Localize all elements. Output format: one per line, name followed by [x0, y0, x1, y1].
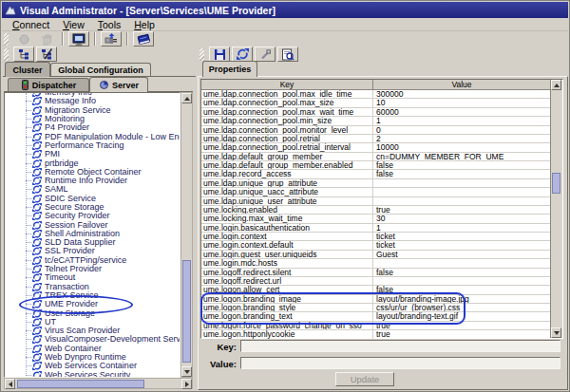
menu-tools[interactable]: Tools — [91, 19, 128, 30]
tree-item[interactable]: Secure Storage — [5, 203, 180, 212]
logoff-plug-button[interactable] — [101, 31, 122, 47]
table-row[interactable]: ume.logon.httponlycookietrue — [201, 330, 550, 339]
cell-key: ume.login.context — [201, 233, 373, 240]
save-button[interactable] — [209, 47, 230, 62]
table-row[interactable]: ume.login.contextticket — [201, 233, 550, 241]
table-row[interactable]: ume.logon.branding_imagelayout/branding-… — [201, 295, 550, 304]
scroll-down-button[interactable] — [551, 327, 561, 338]
tree-vertical-scrollbar[interactable] — [180, 92, 193, 378]
table-row[interactable]: ume.logon.force_password_change_on_ssotr… — [201, 322, 550, 330]
tree-item[interactable]: TREX Service — [5, 291, 180, 300]
scroll-up-button[interactable] — [181, 93, 192, 103]
tree-item[interactable]: Migration Service — [5, 106, 180, 115]
tree-item[interactable]: SLD Data Supplier — [5, 238, 180, 247]
hand-button[interactable] — [36, 31, 57, 47]
expand-tree-button[interactable] — [13, 47, 34, 62]
preview-button[interactable] — [277, 47, 298, 62]
table-vertical-scrollbar[interactable] — [550, 80, 562, 338]
table-row[interactable]: ume.ldap.connection_pool.max_idle_time30… — [201, 90, 550, 99]
tree-item[interactable]: Runtime Info Provider — [5, 177, 180, 185]
tree-item[interactable]: Web Services Container — [5, 362, 180, 370]
tab-properties[interactable]: Properties — [202, 61, 257, 77]
scrollbar-thumb[interactable] — [552, 173, 560, 194]
table-row[interactable]: ume.ldap.connection_pool.monitor_level0 — [201, 126, 550, 135]
tree-item[interactable]: Web Container — [5, 345, 180, 353]
update-button[interactable]: Update — [335, 372, 394, 386]
connect-ball-button[interactable] — [13, 31, 34, 47]
tree-item[interactable]: Web Services Security — [5, 371, 180, 379]
table-row[interactable]: ume.locking.enabledtrue — [201, 206, 550, 215]
tree-item[interactable]: Timeout — [5, 273, 180, 282]
table-row[interactable]: ume.logoff.redirect.url — [201, 277, 550, 286]
tree-item[interactable]: SAML — [5, 185, 180, 194]
key-input[interactable] — [240, 340, 560, 352]
table-row[interactable]: ume.ldap.connection_pool.min_size1 — [201, 117, 550, 125]
table-row[interactable]: ume.ldap.connection_pool.max_wait_time60… — [201, 108, 550, 117]
table-row[interactable]: ume.login.mdc.hosts — [201, 259, 550, 268]
tree-item[interactable]: UT — [5, 318, 180, 327]
tree-item[interactable]: Telnet Provider — [5, 265, 180, 273]
column-header-value[interactable]: Value — [373, 80, 550, 89]
menu-connect[interactable]: Connect — [6, 19, 56, 30]
collapse-tree-button[interactable] — [36, 47, 57, 62]
scroll-down-button[interactable] — [181, 366, 192, 377]
tree-item[interactable]: PDF Manipulation Module - Low Encryptio — [5, 132, 180, 140]
tree-item[interactable]: tc/eCATTPing/service — [5, 256, 180, 265]
tab-dispatcher[interactable]: Dispatcher — [8, 78, 89, 91]
scroll-left-button[interactable] — [5, 379, 15, 389]
refresh-button[interactable] — [232, 47, 253, 62]
table-row[interactable]: ume.ldap.record_accessfalse — [201, 170, 550, 178]
cell-value: true — [373, 322, 550, 329]
tree-item[interactable]: Virus Scan Provider — [5, 327, 180, 335]
table-row[interactable]: ume.ldap.unique_uacc_attribute — [201, 188, 550, 196]
tree-item[interactable]: User Storage — [5, 308, 180, 317]
scroll-right-button[interactable] — [181, 379, 192, 389]
table-row[interactable]: ume.logon.branding_stylecss/ur/ur_(brows… — [201, 304, 550, 312]
table-row[interactable]: ume.ldap.default_group_member.enabledfal… — [201, 161, 550, 170]
table-row[interactable]: ume.ldap.default_group_membercn=DUMMY_ME… — [201, 153, 550, 161]
scroll-up-button[interactable] — [551, 80, 561, 90]
menu-view[interactable]: View — [56, 19, 91, 30]
tree-item[interactable]: Security Provider — [5, 212, 180, 220]
edit-button[interactable] — [255, 47, 276, 62]
tab-cluster[interactable]: Cluster — [5, 62, 50, 77]
tree-item[interactable]: P4 Provider — [5, 123, 180, 132]
tree-item[interactable]: Session Failover — [5, 220, 180, 229]
table-row[interactable]: ume.login.context.defaultticket — [201, 241, 550, 250]
table-row[interactable]: ume.login.guest_user.uniqueidsGuest — [201, 251, 550, 259]
tab-global-configuration[interactable]: Global Configuration — [50, 63, 151, 76]
tree-item[interactable]: Transaction — [5, 283, 180, 291]
help-book-button[interactable] — [133, 31, 154, 47]
tree-item[interactable]: UME Provider — [5, 300, 180, 308]
tree-item[interactable]: Message Info — [5, 97, 180, 105]
tab-server[interactable]: Server — [89, 77, 148, 92]
table-row[interactable]: ume.ldap.unique_grup_attribute — [201, 179, 550, 188]
table-row[interactable]: ume.logoff.redirect.silentfalse — [201, 269, 550, 277]
tree-item[interactable]: Web Dynpro Runtime — [5, 353, 180, 362]
column-header-key[interactable]: Key — [201, 80, 373, 89]
tree-item[interactable]: Monitoring — [5, 115, 180, 123]
value-input[interactable] — [240, 357, 560, 369]
tree-item[interactable]: prtbridge — [5, 159, 180, 167]
table-row[interactable]: ume.ldap.unique_user_attribute — [201, 197, 550, 206]
table-row[interactable]: ume.logon.allow_certfalse — [201, 286, 550, 294]
tree-item[interactable]: Shell Administration — [5, 230, 180, 238]
scrollbar-thumb[interactable] — [182, 260, 191, 363]
table-row[interactable]: ume.locking.max_wait_time30 — [201, 215, 550, 223]
menu-help[interactable]: Help — [127, 19, 162, 30]
table-row[interactable]: ume.ldap.connection_pool.retrial2 — [201, 135, 550, 143]
service-icon — [32, 238, 42, 247]
table-row[interactable]: ume.ldap.connection_pool.max_size10 — [201, 99, 550, 107]
table-row[interactable]: ume.logon.branding_textlayout/branding-t… — [201, 312, 550, 321]
tree-item[interactable]: Performance Tracing — [5, 141, 180, 150]
tree-item[interactable]: SDIC Service — [5, 195, 180, 203]
monitor-button[interactable] — [68, 31, 89, 47]
scrollbar-thumb[interactable] — [17, 380, 144, 388]
table-row[interactable]: ume.ldap.connection_pool.retrial_interva… — [201, 143, 550, 152]
tree-horizontal-scrollbar[interactable] — [4, 378, 193, 389]
tree-item[interactable]: SSL Provider — [5, 247, 180, 255]
tree-item[interactable]: Remote Object Container — [5, 168, 180, 177]
tree-item[interactable]: PMI — [5, 150, 180, 159]
tree-item[interactable]: VisualComposer-Development Server — [5, 335, 180, 344]
table-row[interactable]: ume.login.basicauthentication1 — [201, 224, 550, 233]
